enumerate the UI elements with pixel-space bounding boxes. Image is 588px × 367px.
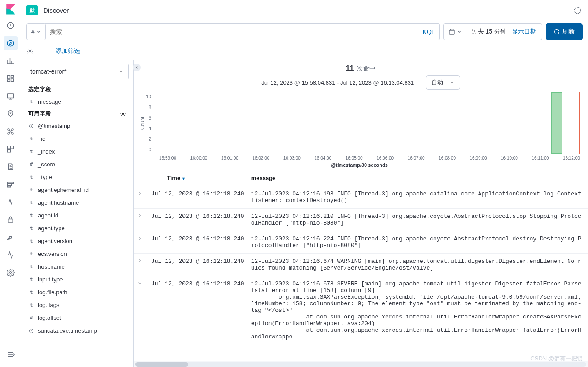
- field-name: log.file.path: [38, 289, 67, 296]
- now-marker: [579, 92, 580, 154]
- horizontal-scrollbar[interactable]: [134, 361, 588, 367]
- field-name: _type: [38, 174, 52, 180]
- expand-row-button[interactable]: [134, 254, 148, 276]
- devtools-icon[interactable]: [4, 230, 18, 244]
- infra-icon[interactable]: [4, 142, 18, 156]
- table-row: Jul 12, 2023 @ 16:12:18.24012-Jul-2023 0…: [134, 209, 588, 231]
- expand-row-button[interactable]: [134, 209, 148, 231]
- field-item[interactable]: tlog.file.path: [21, 286, 133, 299]
- field-name: suricata.eve.timestamp: [38, 327, 97, 334]
- svg-point-24: [122, 113, 124, 115]
- kibana-logo[interactable]: [5, 4, 16, 15]
- show-dates-link[interactable]: 显示日期: [512, 28, 542, 36]
- field-item[interactable]: #_score: [21, 158, 133, 171]
- refresh-button[interactable]: 刷新: [546, 23, 583, 40]
- svg-point-7: [10, 112, 11, 113]
- text-type-icon: t: [28, 136, 34, 142]
- text-type-icon: t: [28, 251, 34, 257]
- dashboard-icon[interactable]: [4, 71, 18, 86]
- hits-number: 11: [346, 64, 354, 72]
- field-name: host.name: [38, 263, 65, 270]
- text-type-icon: t: [28, 187, 34, 193]
- date-quick-button[interactable]: [444, 24, 466, 40]
- collapse-sidebar-button[interactable]: [133, 64, 141, 71]
- siem-icon[interactable]: [4, 213, 18, 227]
- discover-icon[interactable]: [4, 36, 18, 50]
- field-name: agent.ephemeral_id: [38, 187, 89, 193]
- expand-row-button[interactable]: [134, 231, 148, 254]
- ml-icon[interactable]: [4, 124, 18, 139]
- collapse-nav-icon[interactable]: [4, 348, 18, 362]
- table-row: Jul 12, 2023 @ 16:12:18.24012-Jul-2023 0…: [134, 231, 588, 254]
- field-item[interactable]: tagent.ephemeral_id: [21, 184, 133, 196]
- field-settings-icon[interactable]: [120, 111, 126, 117]
- refresh-icon: [554, 29, 560, 35]
- filter-toggle-button[interactable]: #: [26, 23, 46, 40]
- expand-row-button[interactable]: [134, 276, 148, 345]
- interval-select[interactable]: 自动: [426, 75, 460, 90]
- field-name: _score: [38, 161, 55, 168]
- newsfeed-icon[interactable]: [572, 5, 583, 16]
- text-type-icon: t: [28, 99, 34, 105]
- svg-rect-13: [7, 146, 10, 149]
- field-item[interactable]: t_type: [21, 171, 133, 184]
- field-item[interactable]: suricata.eve.timestamp: [21, 324, 133, 337]
- calendar-icon: [448, 28, 455, 35]
- field-item[interactable]: tagent.id: [21, 209, 133, 222]
- text-type-icon: t: [28, 174, 34, 180]
- cell-time: Jul 12, 2023 @ 16:12:18.240: [148, 254, 248, 276]
- text-type-icon: t: [28, 225, 34, 231]
- search-input[interactable]: [50, 28, 423, 35]
- field-item[interactable]: #log.offset: [21, 311, 133, 324]
- date-range-label[interactable]: 过去 15 分钟: [466, 28, 512, 36]
- filter-settings-icon[interactable]: [26, 48, 33, 55]
- histogram-bar[interactable]: [551, 92, 562, 154]
- col-message[interactable]: message: [248, 170, 588, 186]
- field-item[interactable]: tlog.flags: [21, 299, 133, 311]
- field-item[interactable]: tinput.type: [21, 273, 133, 286]
- svg-rect-19: [8, 219, 13, 223]
- uptime-icon[interactable]: [4, 195, 18, 209]
- chevron-down-icon: [37, 30, 41, 34]
- recent-icon[interactable]: [4, 19, 18, 33]
- number-type-icon: #: [28, 161, 34, 167]
- field-item[interactable]: tagent.type: [21, 222, 133, 235]
- field-item[interactable]: tagent.hostname: [21, 196, 133, 209]
- field-item[interactable]: tmessage: [21, 95, 133, 108]
- date-picker: 过去 15 分钟 显示日期: [443, 23, 542, 40]
- table-row: Jul 12, 2023 @ 16:12:18.24012-Jul-2023 0…: [134, 254, 588, 276]
- field-item[interactable]: tecs.version: [21, 247, 133, 260]
- page-title: Discover: [43, 7, 69, 14]
- cell-time: Jul 12, 2023 @ 16:12:18.240: [148, 231, 248, 254]
- field-name: _index: [38, 148, 55, 155]
- number-type-icon: #: [28, 315, 34, 321]
- apm-icon[interactable]: [4, 177, 18, 191]
- refresh-label: 刷新: [562, 28, 575, 36]
- index-pattern-select[interactable]: tomcat-error*: [26, 64, 129, 79]
- field-item[interactable]: tagent.version: [21, 235, 133, 247]
- management-icon[interactable]: [4, 266, 18, 280]
- table-row: Jul 12, 2023 @ 16:12:18.24012-Jul-2023 0…: [134, 186, 588, 209]
- field-item[interactable]: @timestamp: [21, 120, 133, 132]
- logs-icon[interactable]: [4, 160, 18, 174]
- field-item[interactable]: thost.name: [21, 260, 133, 273]
- svg-point-21: [574, 7, 581, 14]
- expand-row-button[interactable]: [134, 186, 148, 209]
- text-type-icon: t: [28, 264, 34, 270]
- field-item[interactable]: t_index: [21, 145, 133, 158]
- space-badge[interactable]: 默: [26, 5, 38, 15]
- maps-icon[interactable]: [4, 107, 18, 121]
- kql-toggle[interactable]: KQL: [423, 28, 435, 35]
- field-item[interactable]: t_id: [21, 132, 133, 145]
- chevron-down-icon: [119, 69, 124, 74]
- add-filter-button[interactable]: + 添加筛选: [50, 47, 80, 55]
- col-time[interactable]: Time ▾: [148, 170, 248, 186]
- field-name: log.flags: [38, 302, 59, 308]
- canvas-icon[interactable]: [4, 89, 18, 103]
- monitoring-icon[interactable]: [4, 248, 18, 262]
- histogram-chart[interactable]: Count 1086420 15:59:0016:00:0016:01:0016…: [134, 90, 588, 170]
- cell-message: 12-Jul-2023 04:12:16.678 SEVERE [main] o…: [248, 276, 588, 345]
- selected-fields-title: 选定字段: [21, 84, 133, 95]
- visualize-icon[interactable]: [4, 54, 18, 68]
- svg-point-12: [10, 131, 11, 132]
